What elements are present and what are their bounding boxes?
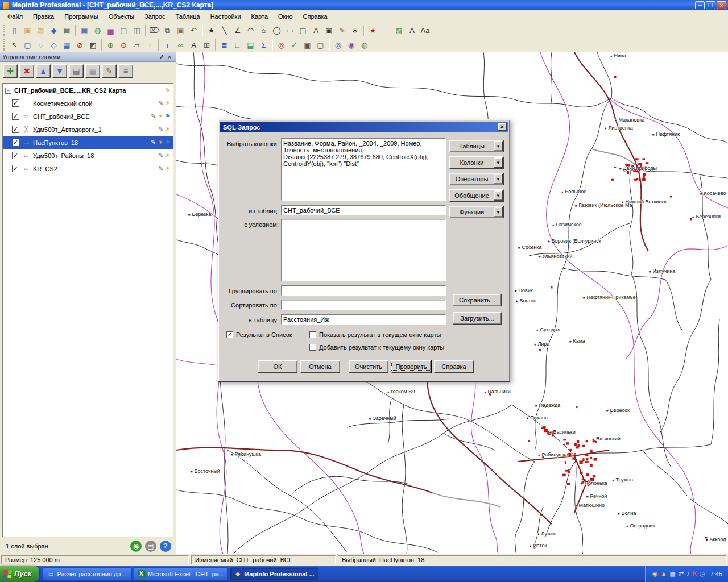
invert-selection-button[interactable]: ◩ (86, 39, 100, 51)
menu-item-Справка[interactable]: Справка (298, 11, 333, 22)
pencil-icon[interactable]: ✎ (151, 139, 156, 146)
chevron-down-icon[interactable]: ▼ (494, 157, 503, 168)
sun-icon[interactable]: ☀ (165, 99, 171, 107)
sun-icon[interactable]: ☀ (158, 139, 163, 146)
marquee-select-button[interactable]: ▢ (21, 39, 34, 51)
chevron-down-icon[interactable]: ▼ (494, 174, 503, 184)
text-tool-button[interactable]: А (309, 24, 322, 37)
cosmetic-brush-icon[interactable]: ✎ (165, 86, 171, 94)
move-layer-down-button[interactable]: ▼ (52, 64, 67, 78)
new-table-button[interactable]: ▯ (8, 24, 21, 37)
rounded-rect-tool-button[interactable]: ▢ (296, 24, 309, 37)
change-view-button[interactable]: ▱ (130, 39, 143, 51)
reshape-button[interactable]: ✎ (336, 24, 349, 37)
show-legend-button[interactable]: ▤ (244, 39, 257, 51)
drag-map-window-button[interactable]: ⊞ (200, 39, 213, 51)
sun-icon[interactable]: ☀ (165, 165, 171, 172)
layer-visibility-checkbox[interactable]: ✓ (12, 139, 19, 146)
undo-button[interactable]: ↶ (187, 24, 200, 37)
verify-button[interactable]: Проверить (391, 360, 431, 373)
zoom-in-button[interactable]: ⊕ (104, 39, 117, 51)
network-icon[interactable]: ▦ (670, 571, 676, 577)
line-style-button[interactable]: ― (379, 24, 392, 37)
sun-icon[interactable]: ☀ (165, 152, 171, 159)
line-tool-button[interactable]: ╲ (218, 24, 231, 37)
menu-item-Карта[interactable]: Карта (246, 11, 273, 22)
new-grapher-button[interactable]: ▅ (104, 24, 117, 37)
polygon-tool-button[interactable]: ⌂ (257, 24, 270, 37)
polygon-select-button[interactable]: ◇ (47, 39, 60, 51)
layer-row[interactable]: ✓▱KR_CS2✎☀ (3, 162, 173, 175)
where-input[interactable] (281, 219, 446, 281)
open-table-button[interactable]: ▣ (21, 24, 34, 37)
add-layer-button[interactable]: ✚ (3, 64, 18, 78)
taskbar-task[interactable]: XMicrosoft Excel - СНТ_ра... (134, 567, 228, 580)
dialog-close-icon[interactable]: × (498, 123, 507, 131)
frame-tool-button[interactable]: ▣ (322, 24, 336, 37)
combo-Обобщение[interactable]: Обобщение▼ (449, 189, 504, 202)
pencil-icon[interactable]: ✎ (151, 113, 156, 120)
layer-row[interactable]: ✓▭НасПунктов_18✎☀⚑ (3, 136, 173, 149)
dialog-title-bar[interactable]: SQL-Запрос × (220, 122, 508, 132)
pencil-icon[interactable]: ✎ (158, 99, 163, 107)
show-result-in-map-checkbox[interactable]: Показать результат в текущем окне карты (309, 331, 441, 338)
help-button[interactable]: Справка (434, 360, 474, 373)
thematic-map-button[interactable]: ▦ (85, 64, 100, 78)
layer-visibility-checkbox[interactable]: ✓ (12, 152, 19, 159)
result-to-browser-checkbox[interactable]: ✓Результат в Список (226, 331, 292, 338)
menu-item-Объекты[interactable]: Объекты (104, 11, 139, 22)
update-icon[interactable]: ▲ (661, 571, 667, 577)
layer-row[interactable]: ✓▱Удм500т_Районы_18✎☀ (3, 149, 173, 162)
font-style-button[interactable]: Аа (419, 24, 432, 37)
scheduler-icon[interactable]: ◷ (700, 571, 705, 577)
polyline-tool-button[interactable]: ∠ (231, 24, 244, 37)
pan-button[interactable]: + (143, 39, 156, 51)
order-by-input[interactable] (281, 300, 446, 310)
layer-properties-button[interactable]: ▤ (69, 64, 84, 78)
world-map-button[interactable]: ◍ (358, 39, 371, 51)
radius-select-button[interactable]: ◌ (34, 39, 47, 51)
boundary-select-button[interactable]: ▦ (60, 39, 73, 51)
ok-button[interactable]: ОК (258, 360, 297, 373)
usb-icon[interactable]: ⇄ (679, 571, 684, 577)
layer-tree-root[interactable]: − СНТ_рабочий_ВСЕ,...,KR_CS2 Карта ✎ (3, 84, 173, 97)
combo-Таблицы[interactable]: Таблицы▼ (449, 140, 504, 152)
minimize-button[interactable]: ─ (695, 1, 705, 9)
new-layout-button[interactable]: ▢ (117, 24, 130, 37)
from-tables-input[interactable] (281, 205, 446, 215)
find-button[interactable]: ◎ (332, 39, 345, 51)
zoom-out-button[interactable]: ⊖ (117, 39, 130, 51)
select-button[interactable]: ↖ (8, 39, 21, 51)
label-tool-button[interactable]: A (187, 39, 200, 51)
chevron-down-icon[interactable]: ▼ (494, 190, 503, 201)
browse-table-button[interactable]: ▤ (145, 541, 156, 552)
into-table-input[interactable] (281, 314, 446, 325)
pin-icon[interactable] (158, 53, 166, 61)
start-button[interactable]: Пуск (0, 566, 39, 582)
assign-selected-objects-button[interactable]: ✓ (288, 39, 301, 51)
chevron-down-icon[interactable]: ▼ (494, 141, 503, 151)
menu-item-Таблица[interactable]: Таблица (170, 11, 205, 22)
pencil-icon[interactable]: ✎ (158, 126, 163, 133)
rectangle-tool-button[interactable]: ▭ (283, 24, 296, 37)
print-button[interactable]: ▤ (60, 24, 73, 37)
pencil-icon[interactable]: ✎ (158, 165, 163, 172)
label-settings-button[interactable]: ✎ (102, 64, 117, 78)
clip-region-on-off-button[interactable]: ▢ (314, 39, 327, 51)
sun-icon[interactable]: ☀ (165, 126, 171, 133)
volume-icon[interactable]: ♪ (686, 571, 690, 577)
layer-row[interactable]: ✓╳Удм500т_Автодороги_1✎☀ (3, 123, 173, 136)
text-style-button[interactable]: А (406, 24, 419, 37)
chevron-down-icon[interactable]: ▼ (494, 207, 503, 217)
save-table-button[interactable]: ◆ (47, 24, 60, 37)
combo-Функции[interactable]: Функции▼ (449, 206, 504, 218)
new-mapper-button[interactable]: ◍ (91, 24, 104, 37)
symbol-tool-button[interactable]: ★ (205, 24, 218, 37)
find-selection-button[interactable]: ◉ (345, 39, 358, 51)
help-button[interactable]: ? (160, 541, 171, 552)
hotlink-button[interactable]: ∞ (174, 39, 187, 51)
close-button[interactable]: × (717, 1, 726, 9)
menu-item-Правка[interactable]: Правка (28, 11, 59, 22)
collapse-icon[interactable]: − (5, 88, 11, 94)
remove-layer-button[interactable]: ✖ (19, 64, 34, 78)
